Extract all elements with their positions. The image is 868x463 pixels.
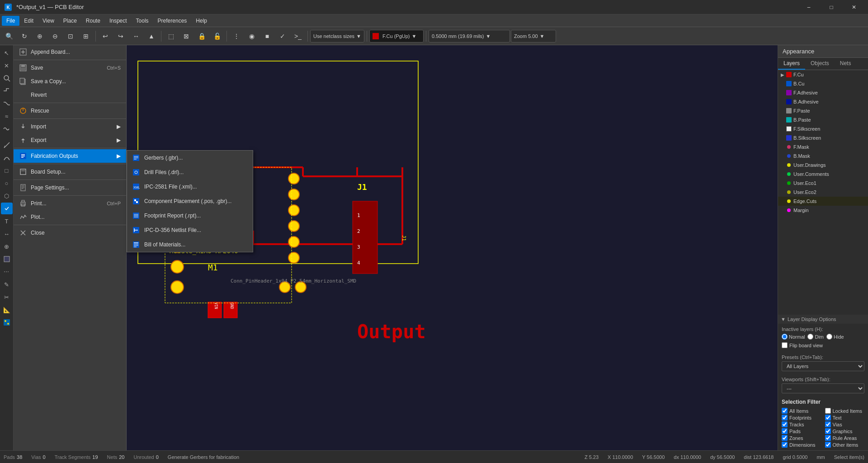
lt-arc[interactable] [1,152,13,164]
undo-button[interactable]: ↩ [98,29,113,43]
netclass-dropdown[interactable]: Use netclass sizes ▼ [310,30,364,43]
ipcd356-item[interactable]: IPC-D-356 Netlist File... [127,223,253,237]
drc-button[interactable]: ✓ [275,29,290,43]
tab-objects[interactable]: Objects [805,58,835,70]
menu-tools[interactable]: Tools [132,16,153,26]
mirror-h-button[interactable]: ↔ [129,29,143,43]
viewports-select[interactable]: --- [782,383,864,393]
sel-graphics[interactable]: Graphics [825,428,865,434]
lt-zone[interactable] [1,253,13,265]
save-item[interactable]: Save Ctrl+S [14,61,126,75]
board-setup-item[interactable]: Board Setup... [14,165,126,179]
ratsnest-button[interactable]: ⋮ [229,29,244,43]
sel-dimensions[interactable]: Dimensions [782,442,821,448]
menu-inspect[interactable]: Inspect [105,16,132,26]
sel-all-items[interactable]: All Items [782,408,821,414]
layer-usereco2[interactable]: ▶ User.Eco2 [778,188,868,197]
zoom-in-button[interactable]: ⊕ [33,29,47,43]
layer-fadhesive[interactable]: ▶ F.Adhesive [778,88,868,97]
close-button[interactable]: ✕ [844,0,864,14]
lt-marker[interactable]: ✎ [1,279,13,290]
export-item[interactable]: Export ▶ [14,133,126,147]
select-button[interactable]: ⬚ [164,29,178,43]
save-copy-item[interactable]: Save a Copy... [14,75,126,88]
lt-route[interactable] [1,85,13,97]
layer-fcu[interactable]: ▶ F.Cu [778,70,868,79]
lt-rect[interactable]: □ [1,165,13,176]
3d-button[interactable]: ▲ [144,29,159,43]
sel-tracks[interactable]: Tracks [782,421,821,427]
bom-item[interactable]: Bill of Materials... [127,237,253,252]
lt-measure[interactable]: 📐 [1,304,13,316]
footprint-report-item[interactable]: Footprint Report (.rpt)... [127,208,253,223]
unlock-button[interactable]: 🔓 [210,29,224,43]
sel-zones[interactable]: Zones [782,435,821,441]
expand-button[interactable]: ⊠ [179,29,193,43]
lt-route2[interactable] [1,98,13,109]
revert-item[interactable]: Revert [14,88,126,102]
drill-files-item[interactable]: Drill Files (.drl)... [127,165,253,180]
lt-board[interactable] [1,317,13,328]
presets-select[interactable]: All Layers [782,361,864,371]
menu-help[interactable]: Help [191,16,212,26]
lt-draw[interactable] [1,139,13,151]
menu-file[interactable]: File [2,16,19,26]
lt-inspect[interactable] [1,72,13,84]
rescue-item[interactable]: Rescue [14,104,126,118]
ipc2581-item[interactable]: XML IPC-2581 File (.xml)... [127,180,253,194]
zoom-out-button[interactable]: ⊖ [48,29,62,43]
menu-edit[interactable]: Edit [19,16,38,26]
lt-tune[interactable] [1,123,13,135]
highlight-button[interactable]: ◉ [245,29,259,43]
fab-outputs-item[interactable]: Fabrication Outputs ▶ [14,149,126,163]
layer-bcu[interactable]: ▶ B.Cu [778,79,868,88]
lt-text[interactable]: T [1,215,13,227]
lt-active[interactable] [1,203,13,214]
trackwidth-dropdown[interactable]: 0.5000 mm (19.69 mils) ▼ [429,30,510,43]
menu-preferences[interactable]: Preferences [153,16,192,26]
placement-item[interactable]: Component Placement (.pos, .gbr)... [127,194,253,208]
layer-fpaste[interactable]: ▶ F.Paste [778,106,868,115]
lt-dimension[interactable]: ↔ [1,228,13,240]
zoom-dropdown[interactable]: Zoom 5.00 ▼ [511,30,556,43]
layer-usercomments[interactable]: ▶ User.Comments [778,170,868,179]
zoom-fit-button[interactable]: ⊡ [63,29,78,43]
menu-place[interactable]: Place [59,16,81,26]
layer-fmask[interactable]: ▶ F.Mask [778,142,868,151]
lock-button[interactable]: 🔒 [194,29,209,43]
sel-text[interactable]: Text [825,415,865,420]
layer-badhesive[interactable]: ▶ B.Adhesive [778,97,868,106]
minimize-button[interactable]: – [798,0,819,14]
scripting-button[interactable]: >_ [291,29,305,43]
page-settings-item[interactable]: Page Settings... [14,181,126,194]
layer-usereco1[interactable]: ▶ User.Eco1 [778,179,868,188]
lt-ref[interactable]: ⊕ [1,241,13,252]
layer-bsilkscreen[interactable]: ▶ B.Silkscreen [778,133,868,142]
close-item[interactable]: Close [14,226,126,240]
setup-button[interactable]: ■ [260,29,274,43]
layer-bmask[interactable]: ▶ B.Mask [778,151,868,161]
layer-dropdown[interactable]: F.Cu (PgUp) ▼ [369,30,424,43]
radio-dim[interactable]: Dim [807,334,824,340]
sel-other-items[interactable]: Other items [825,442,865,448]
lt-cursor[interactable]: ↖ [1,47,13,59]
layer-margin[interactable]: ▶ Margin [778,206,868,215]
flip-board-checkbox[interactable]: Flip board view [782,341,864,349]
sel-vias[interactable]: Vias [825,421,865,427]
refresh-button[interactable]: ↻ [17,29,32,43]
lt-delete[interactable]: ✂ [1,291,13,303]
lt-polygon[interactable]: ⬡ [1,190,13,202]
layer-fsilkscreen[interactable]: ▶ F.Silkscreen [778,124,868,133]
redo-button[interactable]: ↪ [113,29,128,43]
lt-connect[interactable] [1,266,13,278]
layer-userdrawings[interactable]: ▶ User.Drawings [778,161,868,170]
lt-diff[interactable]: ≈ [1,110,13,122]
zoom-area-button[interactable]: ⊞ [79,29,93,43]
tab-layers[interactable]: Layers [778,58,805,70]
layer-edgecuts[interactable]: ▶ Edge.Cuts [778,197,868,206]
layer-bpaste[interactable]: ▶ B.Paste [778,115,868,124]
layer-display-header[interactable]: ▼ Layer Display Options [778,315,868,324]
maximize-button[interactable]: □ [821,0,842,14]
sel-locked-items[interactable]: Locked Items [825,408,865,414]
menu-view[interactable]: View [38,16,59,26]
